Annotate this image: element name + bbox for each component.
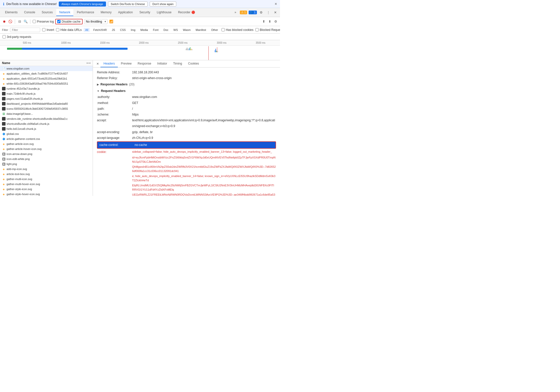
file-item[interactable]: ◈ gather-mutil-hover-icon.svg (0, 182, 93, 187)
file-item[interactable]: ◈ gather-article-hover-icon.svg (0, 146, 93, 151)
blocked-requests-checkbox[interactable] (255, 28, 259, 31)
tab-cookies[interactable]: Cookies (185, 60, 202, 67)
disable-cache-checkbox[interactable] (57, 20, 61, 23)
tab-network[interactable]: Network (56, 9, 73, 16)
png-file-icon: 🔲 (2, 157, 6, 161)
file-name: light.png (7, 162, 17, 165)
js-file-icon: ⬛ (2, 87, 6, 90)
filter-wasm-button[interactable]: Wasm (181, 28, 192, 32)
response-headers-title[interactable]: ▶ Response Headers (20) (97, 81, 276, 88)
filter-css-button[interactable]: CSS (119, 28, 127, 32)
tab-elements[interactable]: Elements (2, 9, 21, 16)
file-item[interactable]: ⬛ shortcutsBundle.cb9fa6a4.chunk.js (0, 121, 93, 126)
file-name: icon-edit-white.png (7, 157, 30, 160)
filter-media-button[interactable]: Media (139, 28, 149, 32)
preserve-log-label[interactable]: Preserve log (33, 20, 54, 23)
wifi-icon[interactable]: 📶 (109, 19, 114, 24)
filter-fetch-xhr-button[interactable]: Fetch/XHR (92, 28, 108, 32)
file-item[interactable]: ⬛ vendors-ide_runtime-shortcutsBundle.bb… (0, 116, 93, 121)
network-settings-icon[interactable]: ⚙ (273, 19, 278, 24)
file-item[interactable]: ⬛ icons-f305926186cfc3bb530f27269d545937… (0, 106, 93, 111)
filter-all-button[interactable]: All (84, 28, 90, 32)
file-item[interactable]: 🔷 article-gatherer-content.css (0, 136, 93, 141)
invert-label[interactable]: Invert (42, 28, 54, 32)
filter-other-button[interactable]: Other (210, 28, 220, 32)
filter-img-button[interactable]: Img (129, 28, 137, 32)
match-language-button[interactable]: Always match Chrome's language (59, 2, 106, 7)
throttle-select[interactable]: No throttling Fast 3G Slow 3G (84, 19, 107, 24)
file-item[interactable]: ◈ white-681c3363643a8f169ad74b7594c83f3d… (0, 81, 93, 86)
settings-icon[interactable]: ⚙ (258, 10, 264, 15)
download-icon[interactable]: ⬇ (267, 19, 272, 24)
close-devtools-icon[interactable]: ✕ (273, 10, 278, 15)
record-button[interactable]: ⏺ (2, 19, 7, 24)
file-item[interactable]: 📄 www.xingdian.com (0, 66, 93, 71)
tab-lighthouse[interactable]: Lighthouse (154, 9, 175, 16)
close-notification-icon[interactable]: × (275, 2, 277, 6)
file-item[interactable]: ⬛ runtime.452cf3a7.bundle.js (0, 86, 93, 91)
filter-manifest-button[interactable]: Manifest (194, 28, 208, 32)
info-icon: ℹ (3, 2, 4, 6)
request-headers-title[interactable]: ▼ Request Headers (97, 88, 276, 94)
filter-doc-button[interactable]: Doc (162, 28, 170, 32)
invert-checkbox[interactable] (42, 28, 45, 31)
tab-console[interactable]: Console (21, 9, 38, 16)
tab-response[interactable]: Response (135, 60, 154, 67)
tab-performance[interactable]: Performance (74, 9, 97, 16)
tab-security[interactable]: Security (136, 9, 153, 16)
filter-js-button[interactable]: JS (110, 28, 117, 32)
file-item[interactable]: ◈ add-mp-icon.svg (0, 166, 93, 172)
more-options-icon[interactable]: ⋮ (265, 10, 271, 15)
file-item[interactable]: ◈ gather-style-hover-icon.svg (0, 192, 93, 196)
clear-button[interactable]: 🚫 (8, 19, 13, 24)
hide-data-urls-checkbox[interactable] (56, 28, 59, 31)
tab-recorder[interactable]: Recorder 🔴 (175, 9, 198, 16)
png-file-icon: 🔲 (2, 152, 6, 156)
filter-input[interactable] (10, 28, 40, 32)
file-item[interactable]: ⬛ hello.bd11eca9.chunk.js (0, 126, 93, 131)
tab-initiator[interactable]: Initiator (154, 60, 170, 67)
tab-preview[interactable]: Preview (118, 60, 135, 67)
resize-handle[interactable]: ⟺ (86, 61, 91, 65)
close-headers-icon[interactable]: ✕ (95, 61, 100, 67)
file-item[interactable]: ⬛ main.72db4c9f.chunk.js (0, 91, 93, 96)
file-name: gather-mutil-icon.svg (7, 178, 32, 181)
search-button[interactable]: 🔍 (23, 19, 28, 24)
file-item[interactable]: ◈ article-tool-box.svg (0, 172, 93, 177)
file-item[interactable]: 🔲 light.png (0, 161, 93, 166)
remote-address-key: Remote Address: (97, 70, 132, 75)
file-item[interactable]: ⬛ dashboard_projects-49494ddabf48ae2d5ad… (0, 101, 93, 106)
thirdparty-checkbox[interactable] (3, 35, 6, 38)
tab-headers[interactable]: Headers (100, 60, 118, 67)
filter-ws-button[interactable]: WS (172, 28, 180, 32)
tab-application[interactable]: Application (115, 9, 136, 16)
file-item[interactable]: ◈ application_dark-6551e573ceb25155ceb29… (0, 76, 93, 81)
has-blocked-cookies-checkbox[interactable] (221, 28, 225, 31)
filter-font-button[interactable]: Font (151, 28, 160, 32)
has-blocked-cookies-label[interactable]: Has blocked cookies (221, 28, 253, 32)
switch-devtools-button[interactable]: Switch DevTools to Chinese (108, 2, 148, 7)
hide-data-urls-label[interactable]: Hide data URLs (56, 28, 82, 32)
file-item[interactable]: ◈ gather-mutil-icon.svg (0, 177, 93, 182)
tick-2500ms: 2500 ms (163, 41, 202, 44)
file-item[interactable]: 🔲 icon-arrow-down.png (0, 151, 93, 156)
file-item[interactable]: ◈ gather-article-icon.svg (0, 141, 93, 146)
file-item[interactable]: 🔲 icon-edit-white.png (0, 156, 93, 161)
file-name: gather-style-icon.svg (7, 188, 32, 191)
thirdparty-label[interactable]: 3rd-party requests (3, 35, 31, 39)
file-item[interactable]: ⬛ pages.root.51aba53f.chunk.js (0, 96, 93, 101)
tab-timing[interactable]: Timing (170, 60, 185, 67)
file-item[interactable]: 🖼 data:image/gif;base... (0, 111, 93, 116)
tab-memory[interactable]: Memory (98, 9, 115, 16)
filter-toggle-button[interactable]: ⊟ (17, 19, 22, 24)
preserve-log-checkbox[interactable] (33, 20, 36, 23)
upload-icon[interactable]: ⬆ (261, 19, 266, 24)
disable-cache-label[interactable]: Disable cache (57, 20, 80, 23)
file-item[interactable]: 🔷 global.css (0, 131, 93, 136)
file-item[interactable]: ◈ gather-style-icon.svg (0, 187, 93, 192)
dont-show-again-button[interactable]: Don't show again (150, 2, 176, 7)
tab-more[interactable]: » (233, 10, 238, 16)
tab-sources[interactable]: Sources (39, 9, 56, 16)
file-item[interactable]: ◈ application_utilities_dark-7cd869cf727… (0, 71, 93, 76)
blocked-requests-label[interactable]: Blocked Requests (255, 28, 280, 32)
